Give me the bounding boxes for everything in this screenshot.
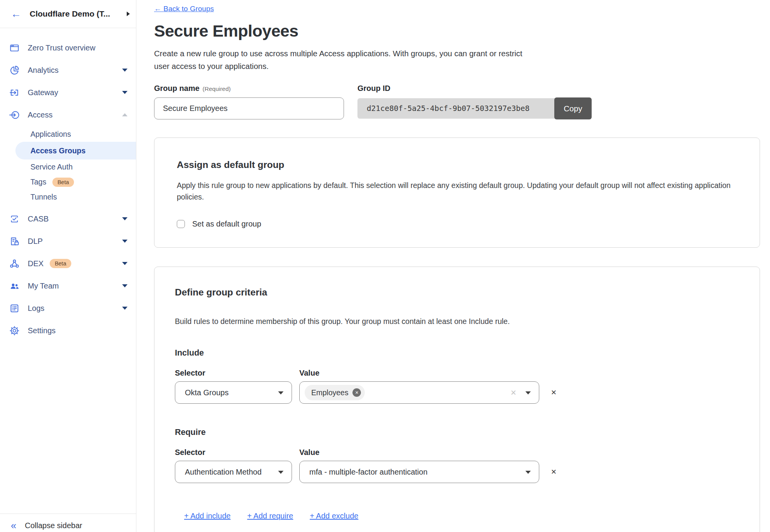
add-require-link[interactable]: + Add require: [247, 512, 294, 520]
group-id-value: d21ce80f-5a25-4bcf-9b07-5032197e3be8: [357, 98, 555, 119]
remove-require-rule-icon[interactable]: ✕: [551, 468, 557, 476]
include-selector-label: Selector: [175, 369, 292, 378]
include-selector-dropdown[interactable]: Okta Groups: [175, 381, 292, 404]
page-description: Create a new rule group to use across mu…: [154, 47, 526, 72]
sidebar-item-casb[interactable]: CASB: [0, 208, 136, 230]
sidebar-item-settings[interactable]: Settings: [0, 319, 136, 342]
active-pill: Access Groups: [15, 142, 136, 159]
chevron-up-icon[interactable]: [122, 113, 127, 116]
sidebar-item-applications[interactable]: Applications: [0, 127, 136, 142]
criteria-card-title: Define group criteria: [175, 287, 739, 298]
add-include-link[interactable]: + Add include: [184, 512, 231, 520]
sidebar-item-service-auth[interactable]: Service Auth: [0, 159, 136, 175]
require-value-dropdown[interactable]: mfa - multiple-factor authentication: [299, 461, 539, 483]
require-heading: Require: [175, 428, 739, 437]
team-icon: [9, 281, 20, 291]
account-name[interactable]: Cloudflare Demo (T...: [30, 9, 127, 18]
group-name-input[interactable]: [154, 97, 344, 119]
sidebar-item-label: My Team: [28, 282, 59, 290]
beta-badge: Beta: [52, 178, 74, 187]
sidebar-item-zero-trust-overview[interactable]: Zero Trust overview: [0, 37, 136, 59]
default-group-card-title: Assign as default group: [177, 159, 737, 170]
gateway-icon: [9, 87, 20, 98]
sidebar-item-tunnels[interactable]: Tunnels: [0, 190, 136, 205]
group-id-field-wrap: Group ID d21ce80f-5a25-4bcf-9b07-5032197…: [357, 84, 592, 119]
include-rule-block: Include Selector Value Okta Groups Emplo…: [175, 348, 739, 404]
sidebar-item-dlp[interactable]: DLP: [0, 230, 136, 252]
include-value-multiselect[interactable]: Employees ✕ ✕: [299, 381, 539, 404]
sidebar-item-label: Tags: [30, 178, 46, 186]
remove-include-rule-icon[interactable]: ✕: [551, 388, 557, 397]
network-nodes-icon: [9, 258, 20, 269]
value-chip-label: Employees: [311, 388, 348, 397]
chevron-down-icon: [278, 471, 284, 474]
clear-values-icon[interactable]: ✕: [510, 388, 517, 397]
sidebar-item-label: DLP: [28, 237, 43, 246]
sidebar-item-label: Applications: [30, 130, 71, 139]
gear-icon: [9, 326, 20, 336]
window-icon: [9, 43, 20, 53]
sidebar-item-label: Access Groups: [30, 146, 86, 155]
sidebar-item-label: CASB: [28, 215, 49, 223]
back-link-label: Back to Groups: [163, 5, 214, 13]
add-exclude-link[interactable]: + Add exclude: [310, 512, 358, 520]
chevron-down-icon[interactable]: [122, 217, 127, 220]
page-title: Secure Employees: [154, 22, 760, 40]
pie-chart-icon: [9, 65, 20, 76]
require-value-label: Value: [299, 448, 539, 457]
sidebar-item-label: Analytics: [28, 66, 59, 75]
sidebar-item-label: Gateway: [28, 88, 58, 97]
casb-icon: [9, 214, 20, 224]
zero-trust-dashboard: ← Cloudflare Demo (T... Zero Trust overv…: [0, 0, 770, 532]
beta-badge: Beta: [50, 259, 71, 268]
access-subnav: Applications Access Groups Service Auth …: [0, 127, 136, 205]
sidebar-item-analytics[interactable]: Analytics: [0, 59, 136, 81]
require-selector-dropdown[interactable]: Authentication Method: [175, 461, 292, 483]
chevron-right-icon[interactable]: [127, 12, 130, 16]
require-rule-block: Require Selector Value Authentication Me…: [175, 428, 739, 483]
sidebar-item-tags[interactable]: Tags Beta: [0, 175, 136, 190]
value-chip: Employees ✕: [305, 385, 365, 400]
sidebar-item-access[interactable]: Access: [0, 104, 136, 126]
sidebar-nav: Zero Trust overview Analytics Gateway: [0, 28, 136, 342]
sidebar-item-label: DEX: [28, 259, 44, 268]
sidebar-item-label: Logs: [28, 304, 44, 313]
set-default-checkbox[interactable]: [177, 220, 185, 228]
chevron-down-icon[interactable]: [122, 262, 127, 265]
back-arrow-icon: ←: [154, 5, 161, 13]
chevron-down-icon[interactable]: [122, 91, 127, 94]
sidebar-item-gateway[interactable]: Gateway: [0, 81, 136, 104]
chevron-down-icon[interactable]: [122, 69, 127, 72]
sidebar-item-dex[interactable]: DEX Beta: [0, 252, 136, 275]
sidebar-item-my-team[interactable]: My Team: [0, 275, 136, 297]
access-icon: [9, 110, 20, 120]
sidebar-item-label: Settings: [28, 326, 55, 335]
sidebar-item-logs[interactable]: Logs: [0, 297, 136, 319]
group-name-label: Group name: [154, 84, 200, 92]
sidebar-item-label: Service Auth: [30, 163, 72, 171]
include-selector-value: Okta Groups: [185, 388, 228, 397]
chevron-down-icon: [525, 391, 531, 394]
include-value-label: Value: [299, 369, 539, 378]
group-id-label: Group ID: [357, 84, 391, 92]
required-hint: (Required): [203, 86, 231, 92]
chevron-down-icon: [278, 391, 284, 394]
document-lock-icon: [9, 236, 20, 247]
sidebar-item-access-groups[interactable]: Access Groups: [0, 142, 136, 159]
chevron-down-icon[interactable]: [122, 284, 127, 287]
logs-icon: [9, 303, 20, 314]
require-selector-label: Selector: [175, 448, 292, 457]
collapse-sidebar[interactable]: « Collapse sidebar: [0, 514, 136, 532]
back-arrow-icon[interactable]: ←: [11, 9, 21, 19]
sidebar: ← Cloudflare Demo (T... Zero Trust overv…: [0, 0, 136, 532]
chip-remove-icon[interactable]: ✕: [352, 388, 361, 397]
back-to-groups-link[interactable]: ← Back to Groups: [154, 5, 214, 13]
group-meta-row: Group name(Required) Group ID d21ce80f-5…: [154, 84, 760, 119]
chevron-down-icon[interactable]: [122, 240, 127, 243]
sidebar-item-label: Tunnels: [30, 193, 57, 201]
set-default-checkbox-label: Set as default group: [192, 220, 261, 228]
criteria-card: Define group criteria Build rules to det…: [154, 267, 760, 532]
chevron-down-icon[interactable]: [122, 307, 127, 310]
copy-button[interactable]: Copy: [554, 97, 592, 119]
group-name-field-wrap: Group name(Required): [154, 84, 344, 119]
